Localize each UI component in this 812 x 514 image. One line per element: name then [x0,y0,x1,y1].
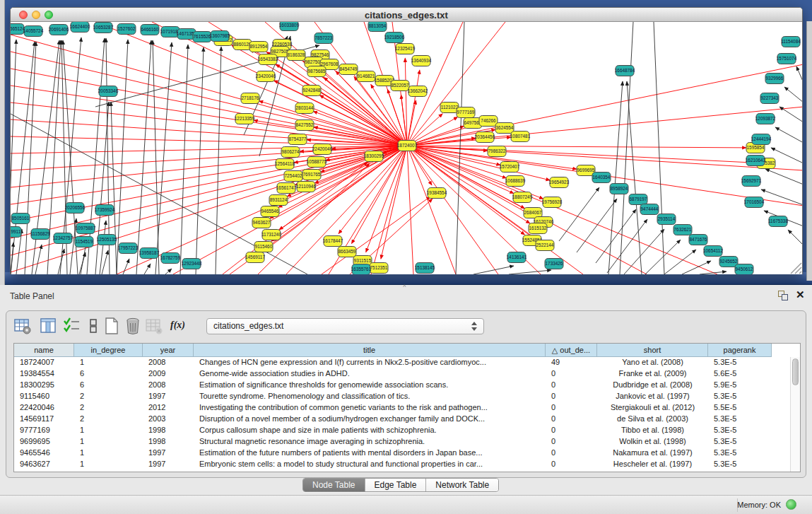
table-cell[interactable]: 5.3E-5 [708,425,772,436]
graph-node[interactable]: 20691406 [49,25,69,35]
select-all-icon[interactable] [63,317,81,335]
table-cell[interactable]: 1 [74,436,143,448]
table-cell[interactable]: Estimation of significance thresholds fo… [194,380,546,391]
graph-node[interactable]: 18300295 [364,151,384,162]
table-cell[interactable]: 9777169 [14,425,74,436]
table-cell[interactable]: 14569117 [14,414,74,425]
show-columns-icon[interactable] [39,317,57,335]
table-cell[interactable]: Estimation of the future numbers of pati… [194,448,546,459]
graph-node[interactable]: 7857223 [314,33,333,44]
graph-node[interactable]: 7615526 [193,32,211,42]
network-canvas[interactable]: 1872400718300295193845547163822886012889… [11,22,802,274]
table-cell[interactable]: 9463627 [14,459,74,470]
table-cell[interactable]: Disruption of a novel member of a sodium… [194,414,546,425]
table-cell[interactable]: Embryonic stem cells: a model to study s… [194,459,546,470]
table-settings-icon[interactable] [13,317,32,335]
function-builder-icon[interactable]: f(x) [170,320,185,331]
graph-node[interactable]: 15751074 [777,54,797,64]
table-cell[interactable]: 5.3E-5 [708,436,772,448]
graph-node[interactable]: 14136141 [507,252,527,263]
graph-node[interactable]: 9474444 [640,204,659,215]
table-row[interactable]: 1938455462009Genome-wide association stu… [14,368,772,380]
table-cell[interactable]: Wolkin et al. (1998) [597,436,708,448]
graph-node[interactable]: 10807481 [510,132,531,142]
table-cell[interactable]: 0 [546,414,597,425]
graph-node[interactable]: 8505161 [11,214,30,224]
graph-node[interactable]: 9227343 [760,93,779,104]
column-header-title[interactable]: title [194,344,546,357]
table-cell[interactable]: 1 [74,448,143,459]
table-row[interactable]: 1872400712008Changes of HCN gene express… [14,357,772,368]
graph-node[interactable]: 23420046 [256,71,276,82]
table-cell[interactable]: Structural magnetic resonance image aver… [194,436,546,448]
table-cell[interactable]: 2009 [143,368,194,380]
graph-node[interactable]: 7512351 [370,263,388,274]
table-cell[interactable]: 0 [546,402,597,414]
graph-node[interactable]: 9245652 [719,257,738,267]
graph-node[interactable]: 7632621 [673,225,692,235]
graph-node[interactable]: 20053346 [98,86,119,97]
window-resize-grip[interactable] [791,263,801,274]
table-row[interactable]: 1456911722003Disruption of a novel membe… [14,414,772,425]
new-document-icon[interactable] [102,317,121,335]
graph-node[interactable]: 19384554 [427,188,447,199]
graph-node[interactable]: 1527602 [117,24,136,35]
graph-node[interactable]: 16033809 [279,22,300,31]
table-cell[interactable]: 9699695 [14,436,74,448]
table-cell[interactable]: 5.5E-5 [708,402,772,414]
table-cell[interactable]: 49 [546,357,597,368]
table-cell[interactable]: 0 [546,368,597,380]
table-row[interactable]: 969969511998Structural magnetic resonanc… [14,436,772,448]
graph-node[interactable]: 1615132 [529,223,547,234]
graph-node[interactable]: 8860128 [233,40,252,50]
unselect-rows-icon[interactable] [84,317,102,335]
graph-node[interactable]: 18807249 [512,192,533,203]
table-row[interactable]: 977716911998Corpus callosum shape and si… [14,425,772,436]
graph-node[interactable]: 7986322 [488,146,506,157]
graph-node[interactable]: 2803144 [295,103,314,114]
close-panel-icon[interactable]: ✕ [796,288,805,301]
graph-node[interactable]: 14569117 [245,252,265,263]
table-cell[interactable]: 5.3E-5 [708,448,772,459]
column-header-out_de[interactable]: △ out_de... [546,344,597,357]
table-cell[interactable]: 0 [546,436,597,448]
graph-node[interactable]: 9777169 [457,107,475,118]
table-cell[interactable]: Yano et al. (2008) [597,357,708,368]
table-cell[interactable]: 5.3E-5 [708,357,772,368]
graph-node[interactable]: 16355761 [351,264,372,275]
table-cell[interactable]: 5.3E-5 [708,414,772,425]
graph-node[interactable]: 12342757 [53,233,73,244]
graph-node[interactable]: 19756928 [542,197,563,208]
graph-node[interactable]: 13662042 [408,86,428,97]
graph-node[interactable]: 9806274 [281,147,300,158]
graph-node[interactable]: 8663459 [338,247,356,257]
table-cell[interactable]: 2 [74,414,143,425]
graph-node[interactable]: 20364456 [475,132,495,143]
table-cell[interactable]: 1998 [143,436,194,448]
graph-node[interactable]: 10654112 [703,246,723,257]
table-cell[interactable]: 1997 [143,448,194,459]
tab-edge-table[interactable]: Edge Table [365,479,426,491]
graph-node[interactable]: 12923448 [182,259,202,269]
graph-node[interactable]: 22420046 [312,144,333,155]
graph-node[interactable]: 6466160 [141,25,159,35]
graph-node[interactable]: 10588775 [307,157,327,168]
graph-node[interactable]: 8958924 [610,184,628,194]
graph-node[interactable]: 7254402 [284,171,302,182]
graph-node[interactable]: 16210643 [746,156,766,166]
graph-node[interactable]: 3919911 [11,227,21,238]
table-cell[interactable]: 2003 [143,414,194,425]
graph-node[interactable]: 9242848 [302,86,321,96]
table-cell[interactable]: Hescheler et al. (1997) [597,459,708,470]
graph-node[interactable]: 9463627 [252,218,271,228]
column-header-pagerank[interactable]: pagerank [708,344,772,357]
table-cell[interactable]: 18724007 [14,357,74,368]
graph-node[interactable]: 17016504 [744,197,765,208]
graph-node[interactable]: 10975887 [76,223,96,234]
table-cell[interactable]: Jankovic et al. (1997) [597,391,708,402]
graph-node[interactable]: 11154084 [781,37,801,47]
table-cell[interactable]: Tourette syndrome. Phenomenology and cla… [194,391,546,402]
table-cell[interactable]: 1 [74,357,143,368]
network-window-titlebar[interactable]: citations_edges.txt [11,8,802,22]
delete-trash-icon[interactable] [124,317,142,335]
